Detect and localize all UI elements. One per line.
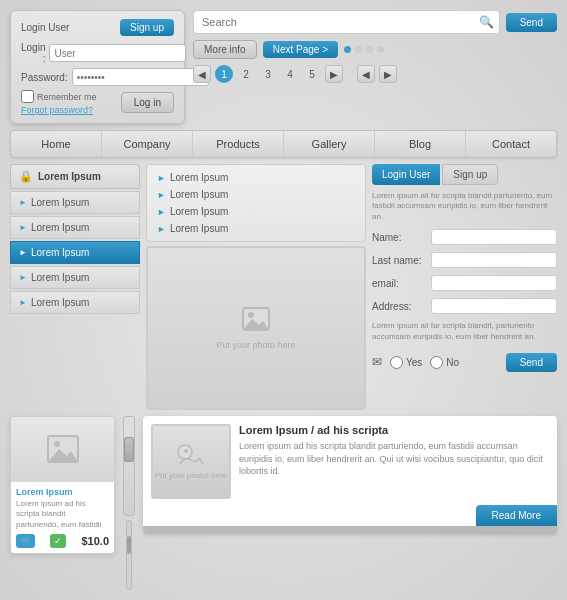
more-info-button[interactable]: More info [193,40,257,59]
next-page-button[interactable]: Next Page > [263,41,338,58]
scrollbar-vertical[interactable] [123,416,135,516]
photo-placeholder: Put your photo here [146,246,366,410]
left-scroll-arrow[interactable]: ◀ [357,65,375,83]
login-panel: Login User Sign up Login : Password: Rem… [10,10,185,124]
nav-blog[interactable]: Blog [375,131,466,157]
yes-radio[interactable] [390,356,403,369]
blog-card: Put your photo! here Lorem Ipsum / ad hi… [143,416,557,526]
form-signup-button[interactable]: Sign up [442,164,498,185]
check-icon: ✓ [50,534,66,548]
remember-label: Remember me [37,92,97,102]
sidebar-item-1[interactable]: ► Lorem Ipsum [10,216,140,239]
svg-point-4 [54,441,60,447]
form-note2: Lorem ipsum all far scripta blandit, par… [372,321,557,342]
user-input[interactable] [49,44,186,62]
form-send-button[interactable]: Send [506,353,557,372]
menu-item-3[interactable]: ► Lorem Ipsum [153,220,359,237]
image-icon [242,307,270,336]
form-header: Login User Sign up [372,164,557,185]
nav-bar: Home Company Products Gallery Blog Conta… [10,130,557,158]
lastname-label: Last name: [372,255,427,266]
dot-4 [377,46,384,53]
send-button[interactable]: Send [506,13,557,32]
search-input[interactable] [193,10,500,34]
blog-footer: Read More [476,505,557,526]
page-3[interactable]: 3 [259,65,277,83]
sidebar-arrow-1: ► [19,223,27,232]
scroll-thumb[interactable] [124,437,134,462]
yes-no-group: ✉ Yes No [372,355,459,369]
email-label: email: [372,278,427,289]
product-image [11,417,114,482]
address-input[interactable] [431,298,557,314]
search-panel: 🔍 Send More info Next Page > ◀ 1 2 3 [193,10,557,83]
pagination: ◀ 1 2 3 4 5 ▶ ◀ ▶ [193,65,557,83]
blog-photo-label: Put your photo! here [155,471,228,480]
login-button[interactable]: Log in [121,92,174,113]
sidebar-item-3[interactable]: ► Lorem Ipsum [10,266,140,289]
mail-icon: ✉ [372,355,382,369]
product-price: $10.0 [81,535,109,547]
blog-card-container: Put your photo! here Lorem Ipsum / ad hi… [143,416,557,534]
password-input[interactable] [72,68,209,86]
nav-company[interactable]: Company [102,131,193,157]
svg-point-1 [248,312,254,318]
dot-3 [366,46,373,53]
no-label: No [446,357,459,368]
nav-gallery[interactable]: Gallery [284,131,375,157]
search-icon: 🔍 [479,15,494,29]
page-4[interactable]: 4 [281,65,299,83]
form-note: Lorem ipsum all far scripta blandit part… [372,191,557,222]
sidebar-item-4[interactable]: ► Lorem Ipsum [10,291,140,314]
no-radio[interactable] [430,356,443,369]
right-scroll-arrow[interactable]: ▶ [379,65,397,83]
next-page-arrow[interactable]: ▶ [325,65,343,83]
nav-products[interactable]: Products [193,131,284,157]
email-input[interactable] [431,275,557,291]
form-login-button[interactable]: Login User [372,164,440,185]
login-label: Login : [21,42,45,64]
password-label: Password: [21,72,68,83]
address-label: Address: [372,301,427,312]
scroll-thumb-thin[interactable] [127,536,131,554]
name-input[interactable] [431,229,557,245]
prev-page-arrow[interactable]: ◀ [193,65,211,83]
sidebar-header-title: Lorem Ipsum [38,171,101,182]
blog-image: Put your photo! here [151,424,231,499]
svg-point-7 [184,449,188,453]
sidebar-header: 🔒 Lorem Ipsum [10,164,140,189]
menu-list: ► Lorem Ipsum ► Lorem Ipsum ► Lorem Ipsu… [146,164,366,242]
sidebar-item-2[interactable]: ► Lorem Ipsum [10,241,140,264]
right-panel: Login User Sign up Lorem ipsum all far s… [372,164,557,410]
menu-item-0[interactable]: ► Lorem Ipsum [153,169,359,186]
menu-arrow-3: ► [157,224,166,234]
signup-button[interactable]: Sign up [120,19,174,36]
dot-1 [344,46,351,53]
page-5[interactable]: 5 [303,65,321,83]
menu-arrow-2: ► [157,207,166,217]
menu-arrow-1: ► [157,190,166,200]
scrollbar-thin[interactable] [126,520,132,590]
product-title: Lorem Ipsum [16,487,109,497]
forgot-password-link[interactable]: Forgot password? [21,105,97,115]
indicator-dots [344,46,384,53]
left-sidebar: 🔒 Lorem Ipsum ► Lorem Ipsum ► Lorem Ipsu… [10,164,140,410]
lastname-input[interactable] [431,252,557,268]
nav-contact[interactable]: Contact [466,131,556,157]
blog-card-fold [143,526,557,534]
menu-item-1[interactable]: ► Lorem Ipsum [153,186,359,203]
cart-icon[interactable]: 🛒 [16,534,35,548]
blog-text-content: Lorem Ipsum / ad his scripta Lorem ipsum… [239,424,549,478]
menu-item-2[interactable]: ► Lorem Ipsum [153,203,359,220]
product-description: Lorem ipsum ad his scripta blandit partu… [16,499,109,530]
dot-2 [355,46,362,53]
sidebar-item-0[interactable]: ► Lorem Ipsum [10,191,140,214]
nav-home[interactable]: Home [11,131,102,157]
sidebar-arrow-0: ► [19,198,27,207]
middle-content: ► Lorem Ipsum ► Lorem Ipsum ► Lorem Ipsu… [146,164,366,410]
read-more-button[interactable]: Read More [476,505,557,526]
page-2[interactable]: 2 [237,65,255,83]
blog-description: Lorem ipsum ad his scripta blandit partu… [239,440,549,478]
remember-checkbox[interactable] [21,90,34,103]
page-1[interactable]: 1 [215,65,233,83]
